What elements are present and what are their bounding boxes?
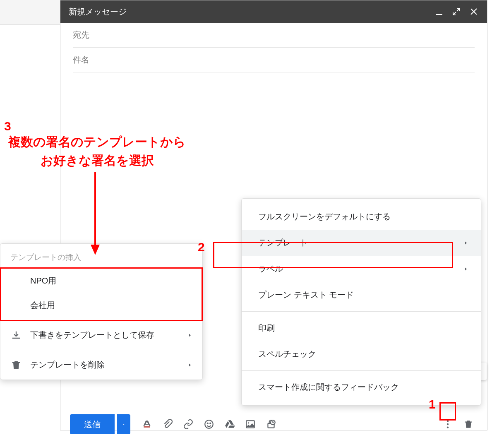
subject-field[interactable]: 件名 xyxy=(73,48,475,72)
image-icon[interactable] xyxy=(241,415,259,433)
compose-footer: 送信 xyxy=(60,410,487,439)
confidential-icon[interactable] xyxy=(262,415,280,433)
svg-point-6 xyxy=(248,422,249,423)
chevron-right-icon xyxy=(463,264,468,274)
send-button[interactable]: 送信 xyxy=(70,414,115,434)
svg-point-3 xyxy=(207,423,208,424)
menu-label: プレーン テキスト モード xyxy=(258,289,354,300)
to-field[interactable]: 宛先 xyxy=(73,23,475,48)
menu-plaintext[interactable]: プレーン テキスト モード xyxy=(242,282,481,308)
template-label: 会社用 xyxy=(30,300,55,311)
menu-label: スペルチェック xyxy=(258,348,316,360)
emoji-icon[interactable] xyxy=(200,415,218,433)
chevron-right-icon xyxy=(463,238,468,248)
download-icon xyxy=(10,329,22,341)
template-item-npo[interactable]: NPO用 xyxy=(0,269,202,293)
svg-rect-1 xyxy=(144,426,150,427)
template-submenu: テンプレートの挿入 NPO用 会社用 下書きをテンプレートとして保存 テンプレー… xyxy=(0,243,203,380)
menu-label-text: ラベル xyxy=(258,263,283,274)
svg-point-2 xyxy=(205,420,213,428)
compose-title: 新規メッセージ xyxy=(69,6,427,17)
chevron-right-icon xyxy=(187,360,192,370)
submenu-delete-template[interactable]: テンプレートを削除 xyxy=(0,353,202,377)
submenu-separator xyxy=(0,350,202,350)
format-icon[interactable] xyxy=(138,415,156,433)
menu-label: フルスクリーンをデフォルトにする xyxy=(258,211,391,222)
chevron-right-icon xyxy=(187,330,192,340)
menu-smartcompose-feedback[interactable]: スマート作成に関するフィードバック xyxy=(242,374,481,400)
menu-spellcheck[interactable]: スペルチェック xyxy=(242,341,481,367)
discard-icon[interactable] xyxy=(459,415,478,433)
more-options-icon[interactable] xyxy=(439,415,457,433)
background-strip xyxy=(0,0,60,25)
attach-icon[interactable] xyxy=(158,415,177,433)
svg-point-9 xyxy=(447,420,449,422)
send-dropdown-button[interactable] xyxy=(117,414,130,434)
submenu-label: 下書きをテンプレートとして保存 xyxy=(30,329,154,341)
svg-rect-0 xyxy=(436,14,442,15)
template-label: NPO用 xyxy=(30,275,56,286)
menu-label: 印刷 xyxy=(258,322,275,334)
drive-icon[interactable] xyxy=(221,415,239,433)
template-item-company[interactable]: 会社用 xyxy=(0,293,202,317)
annotation-number-3: 3 xyxy=(4,119,11,133)
submenu-save-draft[interactable]: 下書きをテンプレートとして保存 xyxy=(0,323,202,347)
compose-fields: 宛先 件名 xyxy=(60,23,487,72)
menu-label[interactable]: ラベル xyxy=(242,256,481,282)
menu-template[interactable]: テンプレート xyxy=(242,230,481,256)
submenu-separator xyxy=(0,320,202,320)
fullscreen-icon[interactable] xyxy=(451,7,461,17)
minimize-icon[interactable] xyxy=(434,7,444,17)
svg-point-11 xyxy=(447,426,449,428)
menu-print[interactable]: 印刷 xyxy=(242,315,481,341)
menu-label: テンプレート xyxy=(258,237,308,248)
menu-fullscreen-default[interactable]: フルスクリーンをデフォルトにする xyxy=(242,204,481,230)
trash-icon xyxy=(10,359,22,371)
link-icon[interactable] xyxy=(179,415,197,433)
close-icon[interactable] xyxy=(469,7,479,17)
menu-separator xyxy=(242,370,481,371)
compose-header: 新規メッセージ xyxy=(60,0,487,23)
more-options-menu: フルスクリーンをデフォルトにする テンプレート ラベル プレーン テキスト モー… xyxy=(241,198,481,406)
submenu-insert-title: テンプレートの挿入 xyxy=(0,248,202,269)
submenu-label: テンプレートを削除 xyxy=(30,359,105,370)
svg-point-10 xyxy=(447,423,449,425)
svg-point-4 xyxy=(210,423,211,424)
menu-separator xyxy=(242,311,481,312)
menu-label: スマート作成に関するフィードバック xyxy=(258,382,399,393)
